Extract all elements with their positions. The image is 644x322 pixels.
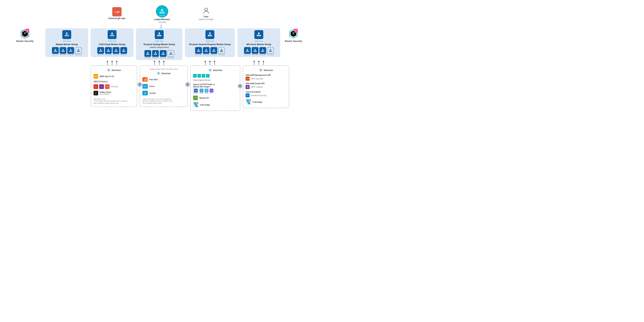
syslog-footnote: * While all Syslog can be sent to a sing… [142,97,185,104]
svg-line-160 [259,34,260,35]
svg-point-51 [112,35,113,36]
svg-point-30 [62,51,63,52]
cribl-edge-source-general: Cribl Edge [193,102,238,107]
svg-point-133 [206,49,207,50]
replay-worker-group: Worker Group Replay Worker Group Worker … [45,28,88,57]
palo-alto-source: PA Palo Alto [142,77,185,82]
svg-point-150 [222,51,223,52]
svg-point-161 [247,49,248,50]
svg-line-90 [159,34,161,35]
svg-line-153 [222,50,222,51]
svg-point-92 [146,54,147,55]
svg-point-87 [160,35,161,36]
svg-line-174 [255,50,256,51]
svg-point-93 [147,54,148,55]
svg-point-182 [270,49,271,50]
cisco-source: Cisco Cisco [142,84,185,89]
svg-point-64 [107,51,108,52]
svg-point-35 [70,49,71,50]
svg-point-17 [68,35,69,36]
svg-point-164 [248,51,249,52]
syslog-sources-header: Sources [142,71,185,75]
replay-wg-icon [62,30,71,39]
svg-line-179 [262,50,263,51]
svg-point-143 [214,51,215,52]
http-agents-source: Agents w/ HTTP Plugin orSplunk HEC Plugi… [193,83,238,94]
svg-point-7 [205,8,208,11]
svg-point-115 [171,54,172,55]
svg-line-39 [70,50,71,51]
svg-line-111 [163,53,164,54]
svg-line-151 [220,50,222,51]
svg-point-170 [254,51,256,52]
elastic-logo-left: E S [20,28,30,39]
svg-line-88 [158,34,159,35]
svg-point-120 [208,35,209,36]
leader-node: Leader Node Leader/Workers TCP/4200 [154,5,170,23]
svg-point-72 [116,51,116,52]
git-icon: ⬥ git [112,7,122,16]
svg-point-163 [247,51,248,52]
aws-s3-label: AWS logs in S3 [100,75,114,77]
svg-point-31 [64,51,64,52]
svg-line-62 [101,50,102,51]
svg-point-178 [263,51,264,52]
svg-point-122 [211,35,212,36]
svg-point-80 [124,51,125,52]
svg-point-106 [162,54,162,55]
svg-point-171 [256,51,256,52]
svg-point-147 [221,49,222,50]
svg-point-15 [65,35,66,36]
svg-point-66 [109,51,110,52]
svg-point-58 [100,51,101,52]
onprem-general-worker-group: Worker Group On-prem General Purpose Wor… [185,28,235,57]
svg-point-16 [66,35,68,36]
svg-point-142 [213,51,214,52]
elastic-security-left: E S Elastic Security [7,28,43,42]
svg-point-65 [108,51,109,52]
leader-icon: Leader Node [156,5,168,17]
elastic-security-right-label: Elastic Security [285,40,302,42]
replay-nodes-row: Worker Node Worker Node Worker Node [52,47,82,55]
svg-point-71 [114,51,115,52]
svg-line-55 [112,34,114,35]
elastic-beats-source: B B B B Elastic Agents (Beats) [193,74,238,81]
git-node: ⬥ git External git repo [108,7,126,20]
svg-point-119 [209,32,210,34]
svg-point-183 [269,51,270,52]
svg-point-105 [162,52,164,53]
svg-point-136 [207,51,208,52]
syslog-ports-label: Syslog Sources Ports 7514, 8514, 9514 [142,68,185,70]
leader-label: Leader/Workers [154,18,170,21]
svg-point-98 [155,52,156,53]
svg-point-112 [170,52,171,53]
replay-node-3: Worker Node [67,47,74,55]
svg-point-36 [69,51,70,52]
svg-point-79 [123,51,124,52]
onprem-general-title: On-prem General Purpose Worker Group [189,43,230,46]
svg-point-24 [56,51,57,52]
svg-point-70 [116,49,116,50]
user-icon [202,7,210,15]
svg-point-99 [154,54,155,55]
svg-point-45 [79,51,80,52]
svg-point-63 [108,49,109,50]
svg-point-177 [262,51,263,52]
svg-line-137 [205,50,206,51]
svg-point-1 [160,12,161,13]
svg-point-77 [123,49,124,50]
svg-line-60 [100,50,101,51]
svg-point-101 [156,54,157,55]
cribl-cloud-wg-title: Cribl Cloud Worker Group [99,43,125,46]
svg-point-85 [157,35,158,36]
svg-point-57 [99,51,100,52]
svg-point-22 [54,51,54,52]
svg-line-181 [263,50,264,51]
svg-point-42 [78,49,79,50]
svg-point-135 [206,51,206,52]
svg-line-97 [148,53,149,54]
svg-point-156 [258,35,260,36]
xrd-s3-source: XRD S3 Source [94,80,134,82]
svg-line-32 [62,50,63,51]
svg-point-128 [198,51,199,52]
